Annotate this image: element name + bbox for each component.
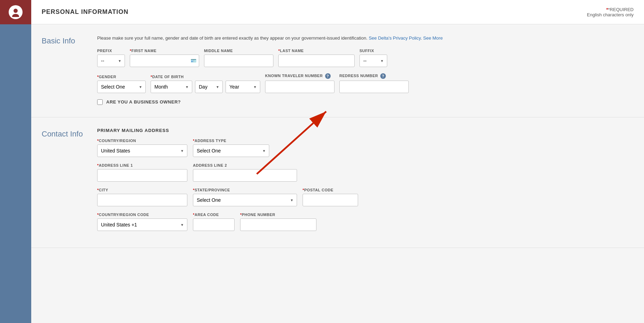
basic-info-label: Basic Info — [42, 35, 97, 107]
address-lines-row: *ADDRESS LINE 1 ADDRESS LINE 2 — [97, 163, 634, 182]
city-state-postal-row: *CITY *STATE/PROVINCE Select OneAlabamaA… — [97, 188, 634, 206]
state-select-wrapper: Select OneAlabamaAlaskaCaliforniaNew Yor… — [193, 194, 297, 206]
svg-point-1 — [12, 14, 19, 17]
state-group: *STATE/PROVINCE Select OneAlabamaAlaskaC… — [193, 188, 297, 206]
basic-info-description: Please make sure your full name, gender … — [97, 35, 634, 42]
main-content: PERSONAL INFORMATION **REQUIRED English … — [31, 0, 644, 323]
gender-label: *GENDER — [97, 75, 146, 79]
postal-group: *POSTAL CODE — [303, 188, 358, 206]
first-name-group: *FIRST NAME 🪪 — [130, 49, 199, 67]
phone-number-label: *PHONE NUMBER — [240, 213, 316, 217]
phone-number-group: *PHONE NUMBER — [240, 213, 316, 231]
prefix-select-wrapper: --MrMrsMsDr — [97, 55, 125, 67]
suffix-select[interactable]: --JrSrIIIII — [359, 55, 387, 67]
address1-group: *ADDRESS LINE 1 — [97, 163, 187, 182]
state-label: *STATE/PROVINCE — [193, 188, 297, 192]
page-title: PERSONAL INFORMATION — [42, 8, 128, 16]
country-select[interactable]: United StatesCanadaUnited Kingdom — [97, 144, 187, 157]
gender-select[interactable]: Select OneMaleFemale — [97, 81, 146, 93]
contact-info-section: Contact Info PRIMARY MAILING ADDRESS *CO… — [31, 117, 644, 248]
city-group: *CITY — [97, 188, 187, 206]
middle-name-input[interactable] — [204, 55, 273, 67]
last-name-input[interactable] — [278, 55, 355, 67]
country-select-wrapper: United StatesCanadaUnited Kingdom — [97, 144, 187, 157]
day-select[interactable]: Day123 — [195, 81, 223, 93]
business-owner-row: ARE YOU A BUSINESS OWNER? — [97, 99, 634, 105]
postal-label: *POSTAL CODE — [303, 188, 358, 192]
gender-group: *GENDER Select OneMaleFemale — [97, 75, 146, 93]
id-card-icon: 🪪 — [190, 58, 196, 64]
phone-row: *COUNTRY/REGION CODE United States +1Can… — [97, 213, 634, 231]
address2-input[interactable] — [193, 169, 297, 182]
address1-input[interactable] — [97, 169, 187, 182]
basic-info-content: Please make sure your full name, gender … — [97, 35, 634, 107]
prefix-select[interactable]: --MrMrsMsDr — [97, 55, 125, 67]
city-label: *CITY — [97, 188, 187, 192]
redress-info-icon[interactable]: ? — [380, 73, 386, 79]
country-group: *COUNTRY/REGION United StatesCanadaUnite… — [97, 139, 187, 157]
gender-select-wrapper: Select OneMaleFemale — [97, 81, 146, 93]
country-code-group: *COUNTRY/REGION CODE United States +1Can… — [97, 213, 187, 231]
see-more-link[interactable]: See More — [423, 35, 443, 41]
area-code-input[interactable] — [193, 218, 235, 231]
middle-name-group: MIDDLE NAME — [204, 49, 273, 67]
redress-label: REDRESS NUMBER ? — [339, 73, 409, 79]
address-type-select-wrapper: Select OneHomeBusiness — [193, 144, 269, 157]
redress-input[interactable] — [339, 81, 409, 93]
prefix-label: PREFIX — [97, 49, 125, 53]
month-select[interactable]: MonthJanuaryFebruaryMarchAprilMayJuneJul… — [151, 81, 192, 93]
month-select-wrapper: MonthJanuaryFebruaryMarchAprilMayJuneJul… — [151, 81, 192, 93]
year-select-wrapper: Year200019991998 — [226, 81, 260, 93]
required-sublabel: English characters only — [587, 12, 634, 17]
contact-info-label: Contact Info — [42, 128, 97, 237]
last-name-label: *LAST NAME — [278, 49, 355, 53]
required-note: **REQUIRED English characters only — [587, 7, 634, 17]
country-label: *COUNTRY/REGION — [97, 139, 187, 143]
ktn-input[interactable] — [265, 81, 334, 93]
area-code-group: *AREA CODE — [193, 213, 235, 231]
avatar-container — [0, 0, 31, 24]
address-type-group: *ADDRESS TYPE Select OneHomeBusiness — [193, 139, 269, 157]
city-input[interactable] — [97, 194, 187, 206]
name-row: PREFIX --MrMrsMsDr *FIRST NAME 🪪 — [97, 49, 634, 67]
ktn-info-icon[interactable]: ? — [325, 73, 331, 79]
state-select[interactable]: Select OneAlabamaAlaskaCaliforniaNew Yor… — [193, 194, 297, 206]
address-type-select[interactable]: Select OneHomeBusiness — [193, 144, 269, 157]
sidebar — [0, 0, 31, 323]
contact-info-content: PRIMARY MAILING ADDRESS *COUNTRY/REGION … — [97, 128, 634, 237]
first-name-label: *FIRST NAME — [130, 49, 199, 53]
svg-point-0 — [14, 9, 18, 13]
area-code-label: *AREA CODE — [193, 213, 235, 217]
middle-name-label: MIDDLE NAME — [204, 49, 273, 53]
mailing-address-subtitle: PRIMARY MAILING ADDRESS — [97, 128, 634, 133]
business-owner-label: ARE YOU A BUSINESS OWNER? — [106, 99, 181, 105]
day-select-wrapper: Day123 — [195, 81, 223, 93]
dob-label: *DATE OF BIRTH — [151, 75, 260, 79]
privacy-policy-link[interactable]: See Delta's Privacy Policy — [369, 35, 421, 41]
ktn-group: KNOWN TRAVELER NUMBER ? — [265, 73, 334, 93]
dob-group: *DATE OF BIRTH MonthJanuaryFebruaryMarch… — [151, 75, 260, 93]
phone-number-input[interactable] — [240, 218, 316, 231]
avatar — [9, 5, 23, 19]
address-type-label: *ADDRESS TYPE — [193, 139, 269, 143]
basic-info-section: Basic Info Please make sure your full na… — [31, 24, 644, 117]
postal-input[interactable] — [303, 194, 358, 206]
required-label: **REQUIRED — [587, 7, 634, 12]
first-name-input[interactable] — [130, 55, 199, 67]
redress-group: REDRESS NUMBER ? — [339, 73, 409, 93]
gender-dob-row: *GENDER Select OneMaleFemale *DATE OF BI… — [97, 73, 634, 93]
ktn-label: KNOWN TRAVELER NUMBER ? — [265, 73, 334, 79]
prefix-group: PREFIX --MrMrsMsDr — [97, 49, 125, 67]
dob-fields: MonthJanuaryFebruaryMarchAprilMayJuneJul… — [151, 81, 260, 93]
address2-label: ADDRESS LINE 2 — [193, 163, 297, 167]
country-code-label: *COUNTRY/REGION CODE — [97, 213, 187, 217]
address2-group: ADDRESS LINE 2 — [193, 163, 297, 182]
last-name-group: *LAST NAME — [278, 49, 355, 67]
suffix-label: SUFFIX — [359, 49, 387, 53]
country-address-type-row: *COUNTRY/REGION United StatesCanadaUnite… — [97, 139, 634, 157]
country-code-select[interactable]: United States +1Canada +1United Kingdom … — [97, 218, 187, 231]
business-owner-checkbox[interactable] — [97, 99, 103, 105]
year-select[interactable]: Year200019991998 — [226, 81, 260, 93]
first-name-input-wrapper: 🪪 — [130, 55, 199, 67]
country-code-select-wrapper: United States +1Canada +1United Kingdom … — [97, 218, 187, 231]
